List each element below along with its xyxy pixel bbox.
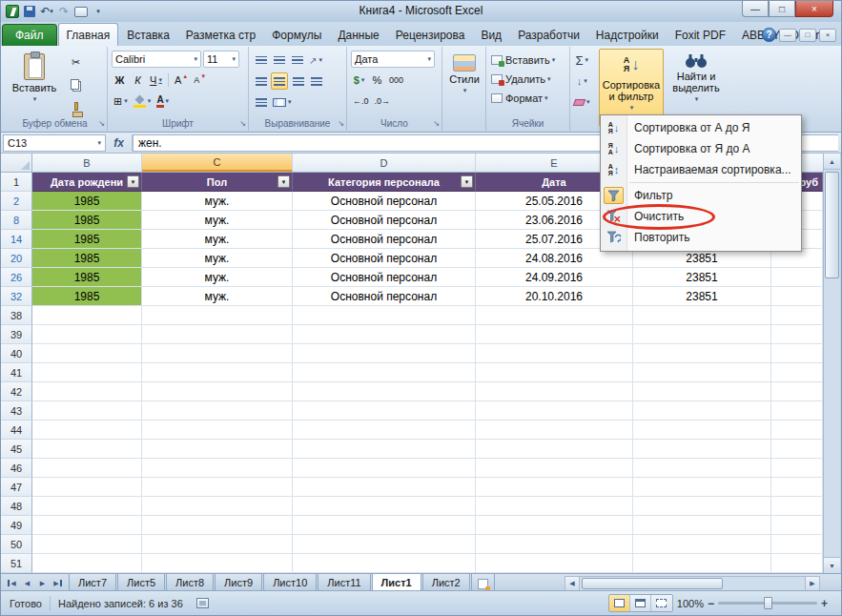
cell-salary[interactable]: 23851 (633, 249, 771, 268)
cell-gender[interactable]: муж. (142, 192, 293, 211)
tab-page-layout[interactable]: Разметка стр (178, 26, 263, 46)
cell[interactable] (476, 401, 633, 421)
excel-icon[interactable] (6, 5, 19, 18)
next-sheet-button[interactable]: ▶ (35, 576, 50, 590)
cell[interactable] (32, 306, 142, 325)
horizontal-scroll-thumb[interactable] (582, 578, 723, 589)
row-header[interactable]: 48 (1, 497, 32, 516)
redo-button[interactable]: ↷ (57, 4, 71, 20)
cell[interactable] (633, 497, 771, 516)
align-center-button[interactable] (271, 72, 288, 90)
cell[interactable] (476, 421, 633, 440)
cell[interactable] (293, 325, 476, 344)
tab-file[interactable]: Файл (2, 24, 57, 46)
undo-button[interactable]: ↶▾ (40, 4, 53, 20)
cell-category[interactable]: Основной персонал (293, 211, 476, 230)
cell[interactable] (32, 344, 142, 363)
grow-font-button[interactable]: А▲ (173, 72, 190, 89)
underline-button[interactable]: Ч▾ (148, 72, 164, 89)
percent-format-button[interactable]: % (369, 72, 385, 89)
menu-item-custom-sort[interactable]: АЯ↕ Настраиваемая сортировка... (601, 159, 801, 180)
row-header[interactable]: 47 (1, 478, 32, 497)
dialog-launcher-icon[interactable]: ↘ (239, 120, 246, 128)
clear-button[interactable]: ▾ (572, 93, 592, 111)
row-header[interactable]: 26 (1, 268, 32, 287)
cell[interactable] (32, 554, 142, 573)
cell[interactable] (771, 306, 823, 325)
cell[interactable] (142, 459, 293, 478)
row-header[interactable]: 41 (1, 363, 32, 382)
italic-button[interactable]: К (130, 72, 146, 89)
header-cell-category[interactable]: Категория персонала▼ (293, 173, 476, 192)
decrease-decimal-button[interactable]: .0→ (373, 92, 393, 110)
cell-birth-year[interactable]: 1985 (32, 230, 142, 249)
workbook-close-button[interactable]: × (819, 29, 836, 42)
menu-item-reapply[interactable]: Повторить (601, 227, 801, 248)
cell[interactable] (476, 516, 633, 535)
tab-developer[interactable]: Разработчи (510, 26, 587, 46)
cell-category[interactable]: Основной персонал (293, 249, 476, 268)
font-color-button[interactable]: А▾ (154, 92, 171, 110)
cell[interactable] (476, 306, 633, 325)
menu-item-sort-za[interactable]: ЯА↓ Сортировка от Я до А (601, 138, 801, 159)
scroll-up-button[interactable]: ▲ (824, 154, 840, 170)
name-box[interactable]: C13 ▾ (3, 134, 106, 152)
tab-view[interactable]: Вид (473, 26, 509, 46)
tab-addins[interactable]: Надстройки (588, 26, 667, 46)
cell[interactable] (633, 421, 771, 440)
cell[interactable] (32, 459, 142, 478)
cell[interactable] (476, 497, 633, 516)
horizontal-scrollbar[interactable]: ◀ ▶ (565, 576, 820, 591)
insert-cells-button[interactable]: Вставить▾ (489, 51, 566, 69)
cell-birth-year[interactable]: 1985 (32, 268, 142, 287)
cell[interactable] (142, 344, 293, 363)
cell[interactable] (633, 516, 771, 535)
zoom-in-button[interactable]: + (821, 597, 828, 610)
cell[interactable] (476, 325, 633, 344)
align-bottom-button[interactable] (289, 51, 305, 69)
row-header[interactable]: 49 (1, 516, 32, 535)
scroll-left-button[interactable]: ◀ (565, 576, 580, 591)
horizontal-scroll-track[interactable] (580, 576, 805, 591)
dialog-launcher-icon[interactable]: ↘ (433, 120, 440, 128)
decrease-indent-button[interactable] (308, 72, 324, 90)
cell[interactable] (142, 363, 293, 382)
cell[interactable] (771, 249, 823, 268)
cell[interactable] (771, 268, 823, 287)
cell[interactable] (771, 344, 823, 363)
fill-color-button[interactable]: ▾ (132, 92, 154, 110)
format-cells-button[interactable]: Формат▾ (489, 90, 566, 107)
cell[interactable] (633, 401, 771, 421)
cell[interactable] (771, 363, 823, 382)
currency-format-button[interactable]: $▾ (351, 72, 367, 89)
zoom-slider[interactable] (718, 602, 817, 605)
last-sheet-button[interactable]: ▶ (51, 576, 65, 590)
cell[interactable] (771, 516, 823, 535)
cell[interactable] (142, 478, 293, 497)
cell[interactable] (142, 535, 293, 554)
autosum-button[interactable]: Σ▾ (572, 51, 592, 69)
filter-dropdown-button[interactable]: ▼ (127, 175, 139, 188)
row-header[interactable]: 8 (1, 211, 32, 230)
cell[interactable] (32, 478, 142, 497)
vertical-scroll-thumb[interactable] (825, 172, 839, 278)
number-format-select[interactable]: Дата▾ (351, 51, 435, 68)
align-middle-button[interactable] (271, 51, 287, 69)
cell[interactable] (771, 535, 823, 554)
row-header[interactable]: 51 (1, 554, 32, 573)
cell[interactable] (32, 440, 142, 459)
calculator-button[interactable] (74, 4, 88, 20)
cell[interactable] (476, 459, 633, 478)
cell[interactable] (293, 535, 476, 554)
cell[interactable] (476, 554, 633, 573)
cell[interactable] (293, 440, 476, 459)
page-break-view-button[interactable] (651, 595, 672, 611)
cell[interactable] (293, 459, 476, 478)
cell[interactable] (32, 516, 142, 535)
cell[interactable] (771, 459, 823, 478)
cell[interactable] (142, 382, 293, 401)
borders-button[interactable]: ⊞▾ (112, 92, 130, 110)
scroll-right-button[interactable]: ▶ (805, 576, 820, 591)
cell[interactable] (633, 440, 771, 459)
cell-date[interactable]: 20.10.2016 (476, 287, 633, 306)
